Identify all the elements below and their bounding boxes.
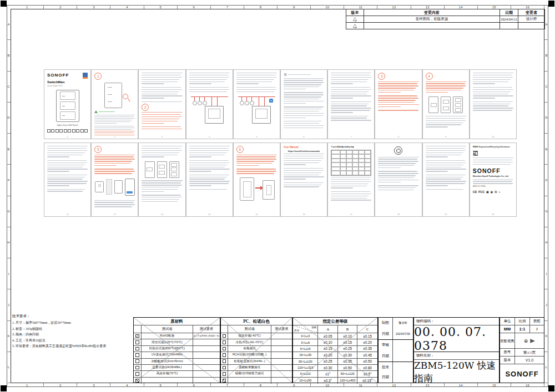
text-line-placeholder xyxy=(189,152,227,153)
highlighted-text-line-placeholder xyxy=(94,135,134,135)
ruler-col-label: 10 xyxy=(311,383,344,387)
live-wire-line xyxy=(191,96,228,97)
text-line-placeholder xyxy=(189,155,225,155)
text-line-placeholder xyxy=(284,84,321,85)
manual-panel: 4 xyxy=(186,69,233,139)
ruler-row-label: E xyxy=(544,134,548,165)
table-cell-placeholder xyxy=(359,159,365,163)
revision-content-cell: 签样图纸，初版发放 xyxy=(364,16,500,23)
test-req-cell xyxy=(271,333,292,339)
highlighted-text-line-placeholder xyxy=(94,159,134,159)
text-line-placeholder xyxy=(331,91,369,92)
text-line-placeholder xyxy=(473,79,511,80)
switch-button-drawing xyxy=(455,98,461,102)
frame-label: 图框 xyxy=(530,318,544,325)
certification-mark-icon: FCC xyxy=(478,190,485,194)
test-row: 冰醋酸测试(3min/5min) xyxy=(134,359,220,365)
tolerance-row: 3<L≤6±0.10±0.15±0.20 xyxy=(293,339,377,345)
manual-panel: WEEE Disposal and Recycling InformationS… xyxy=(470,142,517,217)
certification-mark-icon xyxy=(47,129,51,133)
panel-page-number: 5 xyxy=(234,136,280,138)
highlighted-text-line-placeholder xyxy=(426,85,466,86)
text-line-placeholder xyxy=(284,170,324,171)
text-line-placeholder xyxy=(473,104,511,104)
text-line-placeholder xyxy=(331,104,369,104)
text-line-placeholder xyxy=(47,152,85,153)
tolerance-grade-header: B xyxy=(338,325,358,333)
scale-label: 比例 xyxy=(515,318,530,325)
text-line-placeholder xyxy=(426,146,466,146)
wall-drawing xyxy=(106,179,112,195)
highlighted-text-line-placeholder xyxy=(426,90,461,90)
tolerance-corner-cell: 等级尺寸 xyxy=(293,325,318,333)
text-line-placeholder xyxy=(189,82,225,82)
text-line-placeholder xyxy=(94,204,134,205)
text-line-placeholder xyxy=(426,152,463,153)
group-title-row: 原材料 xyxy=(134,318,220,325)
lamp-bulb-icon xyxy=(245,101,249,105)
table-cell-placeholder xyxy=(365,162,371,167)
panel-page-number: 1 xyxy=(44,136,90,138)
unit-label: 单位 xyxy=(500,318,515,325)
text-line-placeholder xyxy=(189,87,229,88)
text-line-placeholder xyxy=(426,155,461,155)
text-line-placeholder xyxy=(284,182,324,183)
text-line-placeholder xyxy=(331,198,366,198)
checkbox-cell xyxy=(134,378,142,384)
text-line-placeholder xyxy=(284,109,321,109)
text-line-placeholder xyxy=(331,75,370,75)
text-line-placeholder xyxy=(142,152,179,153)
highlighted-text-line-placeholder xyxy=(94,155,135,155)
text-line-placeholder xyxy=(47,156,69,157)
test-row: UV老化测试(72H/48H) xyxy=(134,352,220,358)
tolerance-row: 16<L≤30±0.20±0.30±0.45 xyxy=(293,352,377,358)
wire-stem xyxy=(241,96,242,101)
ruler-col-label: 11 xyxy=(344,383,377,387)
technical-requirement-item: 3. 颜色：四色印刷 xyxy=(12,332,132,338)
switch-faceplate-drawing xyxy=(240,177,254,201)
approve-date-label: 日期 xyxy=(379,373,392,383)
test-item-cell: 铅笔硬度测试(3H/4H..) xyxy=(228,359,271,364)
tolerance-cell: ±0.80 xyxy=(357,365,377,370)
technical-requirement-item: 1. 尺寸：展开500*70mm，折后50*70mm xyxy=(12,320,132,326)
revision-date-cell xyxy=(500,23,518,29)
ruler-row-label: E xyxy=(7,134,11,165)
switch-variant-drawing xyxy=(145,161,155,178)
table-cell-placeholder xyxy=(359,167,365,171)
revision-header-date: 日期 xyxy=(500,9,518,16)
panel-page-number: 10 xyxy=(470,136,516,138)
text-line-placeholder xyxy=(284,96,321,97)
checkbox-cell xyxy=(134,359,142,364)
tolerance-cell: 3<L≤6 xyxy=(293,339,318,345)
checkbox-cell xyxy=(134,371,142,376)
table-cell-placeholder xyxy=(352,167,359,171)
text-line-placeholder xyxy=(189,150,229,151)
test-item-cell: 灼热丝试验(850℃/650℃) xyxy=(142,346,193,352)
text-line-placeholder xyxy=(284,118,306,118)
ruler-col-label: 12 xyxy=(377,5,411,9)
ruler-row-label: L xyxy=(544,352,548,383)
switch-body-drawing xyxy=(104,83,122,108)
text-line-placeholder xyxy=(426,124,461,125)
tolerance-cell: 50<L≤120 xyxy=(338,371,358,376)
tolerance-cell: ±0.35 xyxy=(338,359,358,364)
text-line-placeholder xyxy=(142,101,181,102)
text-line-placeholder xyxy=(284,158,324,159)
circled-step-number: 6 xyxy=(236,146,244,153)
text-line-placeholder xyxy=(378,163,416,164)
text-line-placeholder xyxy=(284,185,321,185)
revision-header-changer: 变更者 xyxy=(518,9,545,16)
tolerance-table: 指定公差等级等级尺寸ABC0<L≤3±0.05±0.10±0.153<L≤6±0… xyxy=(292,317,378,383)
test-checkbox xyxy=(135,340,139,344)
revision-row: △1签样图纸，初版发放2024/04/12设计师 xyxy=(346,16,545,23)
warning-heading-placeholder xyxy=(99,111,115,113)
text-line-placeholder xyxy=(94,206,132,207)
text-line-placeholder xyxy=(189,83,211,84)
text-line-placeholder xyxy=(189,160,229,161)
manual-panel: User Manualhttps://sonoff.tech/usermanua… xyxy=(280,142,327,217)
table-cell-placeholder xyxy=(331,154,340,159)
switch-variant-drawing xyxy=(169,161,179,178)
checkbox-cell xyxy=(221,378,228,384)
tolerance-cell: ±1° xyxy=(318,371,338,376)
table-cell-placeholder xyxy=(340,171,346,175)
